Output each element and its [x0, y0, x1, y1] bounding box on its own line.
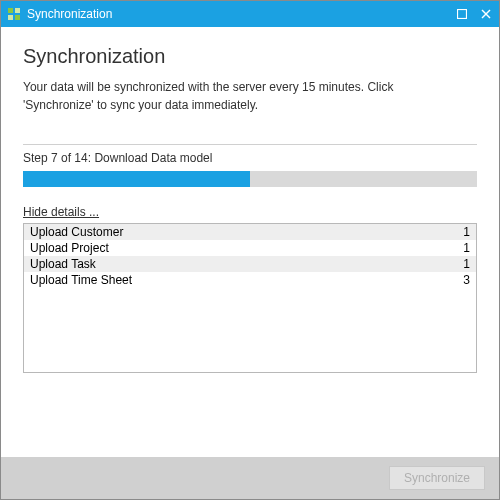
synchronize-button[interactable]: Synchronize: [389, 466, 485, 490]
progress-fill: [23, 171, 250, 187]
sync-window: Synchronization Synchronization Your dat…: [0, 0, 500, 500]
list-item: Upload Customer 1: [24, 224, 476, 240]
list-item: Upload Project 1: [24, 240, 476, 256]
svg-rect-3: [15, 15, 20, 20]
detail-name: Upload Task: [30, 257, 450, 271]
svg-rect-4: [458, 10, 467, 19]
svg-rect-1: [15, 8, 20, 13]
detail-name: Upload Project: [30, 241, 450, 255]
page-description: Your data will be synchronized with the …: [23, 78, 443, 114]
progress-step-label: Step 7 of 14: Download Data model: [23, 144, 477, 165]
svg-rect-2: [8, 15, 13, 20]
content-area: Synchronization Your data will be synchr…: [1, 27, 499, 457]
footer-bar: Synchronize: [1, 457, 499, 499]
toggle-details-link[interactable]: Hide details ...: [23, 205, 477, 219]
close-icon[interactable]: [479, 7, 493, 21]
app-icon: [7, 7, 21, 21]
page-title: Synchronization: [23, 45, 477, 68]
svg-rect-0: [8, 8, 13, 13]
list-item: Upload Time Sheet 3: [24, 272, 476, 288]
detail-name: Upload Customer: [30, 225, 450, 239]
list-item: Upload Task 1: [24, 256, 476, 272]
titlebar[interactable]: Synchronization: [1, 1, 499, 27]
progress-bar: [23, 171, 477, 187]
detail-count: 3: [450, 273, 470, 287]
details-list[interactable]: Upload Customer 1 Upload Project 1 Uploa…: [23, 223, 477, 373]
detail-count: 1: [450, 257, 470, 271]
window-title: Synchronization: [27, 7, 455, 21]
detail-count: 1: [450, 241, 470, 255]
window-controls: [455, 7, 493, 21]
detail-name: Upload Time Sheet: [30, 273, 450, 287]
detail-count: 1: [450, 225, 470, 239]
maximize-icon[interactable]: [455, 7, 469, 21]
